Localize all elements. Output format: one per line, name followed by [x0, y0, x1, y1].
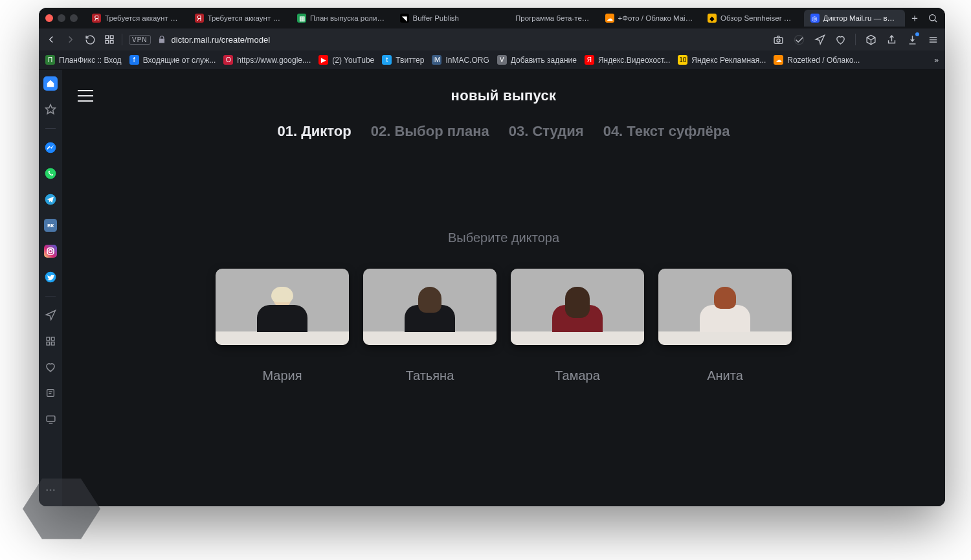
tab-search-icon[interactable]	[924, 10, 941, 27]
svg-rect-27	[47, 342, 50, 345]
messenger-icon[interactable]	[43, 140, 58, 155]
bookmark-item[interactable]: iMInMAC.ORG	[432, 55, 489, 65]
share-icon[interactable]	[886, 34, 897, 45]
presenter-card[interactable]: Мария	[216, 269, 349, 383]
window-controls	[45, 14, 78, 22]
tab-6[interactable]: ◆ Обзор Sennheiser Mome	[701, 10, 803, 27]
menu-icon[interactable]	[927, 34, 939, 45]
svg-rect-6	[774, 37, 783, 43]
forward-icon[interactable]	[65, 34, 76, 45]
close-window-button[interactable]	[45, 14, 53, 22]
speed-dial-icon[interactable]	[104, 34, 115, 45]
svg-point-15	[45, 168, 56, 179]
maximize-window-button[interactable]	[70, 14, 78, 22]
back-icon[interactable]	[45, 34, 57, 45]
svg-line-1	[935, 20, 937, 22]
shield-icon[interactable]	[793, 34, 805, 45]
tab-label: Обзор Sennheiser Mome	[720, 14, 796, 22]
bookmarks-overflow-icon[interactable]: »	[934, 56, 939, 65]
svg-rect-26	[51, 337, 54, 341]
tab-label: +Фото / Облако Mail.ru	[618, 14, 694, 22]
tab-4[interactable]: Программа бета-тестир	[496, 10, 597, 27]
bookmark-item[interactable]: 10Яндекс Рекламная...	[678, 55, 766, 65]
note-icon[interactable]	[43, 386, 58, 400]
minimize-window-button[interactable]	[58, 14, 65, 22]
instagram-icon[interactable]	[43, 244, 58, 258]
heart-icon[interactable]	[834, 34, 846, 45]
nav-controls	[45, 34, 115, 45]
tab-favicon: ◎	[810, 14, 820, 23]
tabstrip: Я Требуется аккаунт на Я Я Требуется акк…	[39, 8, 945, 28]
tab-0[interactable]: Я Требуется аккаунт на Я	[85, 10, 187, 27]
hamburger-menu-icon[interactable]	[78, 90, 93, 102]
bookmark-item[interactable]: VДобавить задание	[497, 55, 577, 65]
svg-point-22	[52, 248, 54, 249]
svg-rect-19	[44, 245, 57, 258]
tab-label: Требуется аккаунт на Я	[208, 14, 284, 22]
tab-1[interactable]: Я Требуется аккаунт на Я	[188, 10, 290, 27]
presenter-card[interactable]: Тамара	[511, 269, 644, 383]
whatsapp-icon[interactable]	[43, 166, 58, 181]
presenter-card[interactable]: Анита	[658, 269, 792, 383]
tab-5[interactable]: ☁ +Фото / Облако Mail.ru	[599, 10, 700, 27]
new-tab-button[interactable]: ＋	[906, 10, 923, 27]
bookmark-item[interactable]: ▶(2) YouTube	[318, 55, 374, 65]
bookmark-item[interactable]: tТвиттер	[382, 55, 424, 65]
tab-2[interactable]: ▦ План выпуска роликов н	[291, 10, 392, 27]
download-icon[interactable]	[906, 34, 918, 45]
page-title: новый выпуск	[93, 87, 914, 104]
bookmark-item[interactable]: Ohttps://www.google....	[223, 55, 311, 65]
sidebar-separator	[45, 296, 56, 297]
star-outline-icon[interactable]	[43, 102, 58, 117]
display-icon[interactable]	[43, 412, 58, 426]
heart-outline-icon[interactable]	[43, 360, 58, 374]
twitter-icon[interactable]	[43, 270, 58, 284]
bookmark-item[interactable]: fВходящие от служ...	[129, 55, 216, 65]
step-3[interactable]: 03. Студия	[509, 123, 584, 140]
download-badge	[915, 32, 919, 36]
browser-window: Я Требуется аккаунт на Я Я Требуется акк…	[39, 8, 945, 506]
bookmarks-bar: ППланФикс :: Вход fВходящие от служ... O…	[39, 50, 945, 70]
presenter-cards: Мария Татьяна Тамара	[62, 269, 945, 383]
presenter-thumb	[363, 269, 497, 345]
presenter-name: Анита	[707, 368, 743, 383]
tab-favicon: ◥	[400, 14, 409, 23]
presenter-thumb	[216, 269, 349, 345]
svg-rect-2	[106, 36, 109, 39]
tab-3[interactable]: ◥ Buffer Publish	[394, 10, 495, 27]
svg-marker-13	[46, 105, 56, 114]
send-outline-icon[interactable]	[43, 308, 58, 322]
send-icon[interactable]	[814, 34, 825, 45]
bookmark-item[interactable]: ☁Rozetked / Облако...	[774, 55, 860, 65]
step-4[interactable]: 04. Текст суфлёра	[603, 123, 730, 140]
telegram-icon[interactable]	[43, 192, 58, 207]
apps-grid-icon[interactable]	[43, 334, 58, 348]
tab-favicon: ◆	[708, 14, 717, 23]
vk-icon[interactable]: вк	[43, 218, 58, 232]
reload-icon[interactable]	[84, 34, 96, 45]
tab-label: План выпуска роликов н	[310, 14, 386, 22]
svg-rect-32	[47, 416, 55, 421]
url-field[interactable]: dictor.mail.ru/create/model	[157, 35, 766, 45]
bookmark-item[interactable]: ППланФикс :: Вход	[45, 55, 122, 65]
presenter-name: Мария	[262, 368, 302, 383]
home-icon[interactable]	[43, 76, 58, 91]
tab-favicon: Я	[195, 14, 204, 23]
page-content: новый выпуск 01. Диктор 02. Выбор плана …	[62, 70, 945, 506]
svg-rect-25	[47, 337, 50, 341]
tab-7[interactable]: ◎ Диктор Mail.ru — ваш пе	[804, 10, 906, 27]
svg-point-0	[930, 15, 935, 21]
page-top-bar: новый выпуск	[62, 83, 945, 109]
camera-icon[interactable]	[772, 34, 784, 45]
tab-label: Buffer Publish	[413, 14, 459, 22]
vpn-badge[interactable]: VPN	[129, 35, 151, 45]
lock-icon	[157, 35, 166, 44]
presenter-card[interactable]: Татьяна	[363, 269, 497, 383]
step-1[interactable]: 01. Диктор	[277, 123, 351, 140]
cube-icon[interactable]	[865, 34, 876, 45]
bookmark-item[interactable]: ЯЯндекс.Видеохост...	[585, 55, 670, 65]
apple-icon	[502, 14, 511, 23]
step-2[interactable]: 02. Выбор плана	[371, 123, 489, 140]
svg-rect-5	[110, 40, 113, 43]
tab-label: Диктор Mail.ru — ваш пе	[823, 14, 899, 22]
